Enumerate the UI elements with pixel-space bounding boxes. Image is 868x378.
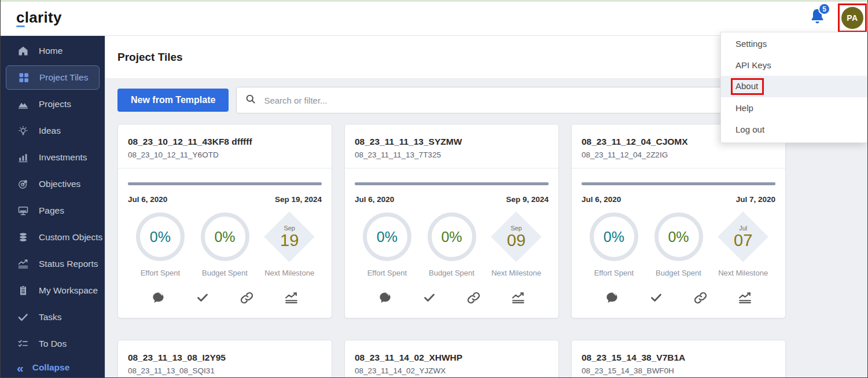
end-date: Sep 9, 2024 <box>506 195 549 204</box>
sidebar-item-to-dos[interactable]: To Dos <box>1 331 105 357</box>
project-id: 08_23_11_12_04_2Z2IG <box>582 151 775 159</box>
milestone-month: Sep <box>284 225 295 232</box>
search-icon <box>245 93 256 107</box>
budget-spent-label: Budget Spent <box>193 269 258 277</box>
effort-spent-label: Effort Spent <box>355 269 420 277</box>
comments-icon[interactable] <box>150 290 165 305</box>
project-card[interactable]: 08_23_11_11_13_SYZMW 08_23_11_11_13_7T32… <box>344 124 559 318</box>
grid-tiles-icon <box>17 72 30 84</box>
start-date: Jul 6, 2020 <box>355 195 394 204</box>
menu-item-settings[interactable]: Settings <box>721 33 867 54</box>
topbar: clarity 5 PA <box>1 0 867 36</box>
project-card[interactable]: 08_23_15_14_38_V7B1A 08_23_15_14_38_BWF0… <box>571 340 786 378</box>
budget-spent-gauge: 0% <box>654 212 703 261</box>
app-window: clarity 5 PA Settings API Keys About Hel… <box>0 0 868 378</box>
clarity-logo: clarity <box>16 9 62 27</box>
sidebar-item-custom-objects[interactable]: Custom Objects <box>1 224 105 251</box>
menu-item-about[interactable]: About <box>721 76 867 97</box>
sidebar-item-home[interactable]: Home <box>1 38 105 64</box>
new-from-template-button[interactable]: New from Template <box>117 89 229 112</box>
sidebar: Home Project Tiles Projects Ideas <box>1 36 105 378</box>
sidebar-item-objectives[interactable]: Objectives <box>1 171 105 197</box>
project-cards-row-1: 08_23_10_12_11_43KF8 dfffff 08_23_10_12_… <box>117 124 847 318</box>
link-icon[interactable] <box>693 290 708 305</box>
milestone-day: 07 <box>734 232 752 249</box>
annotation-box-about: About <box>731 78 764 95</box>
milestone-month: Sep <box>510 225 522 232</box>
link-icon[interactable] <box>240 290 255 305</box>
status-report-icon[interactable] <box>284 290 299 305</box>
next-milestone-diamond: Jul 07 <box>719 212 767 261</box>
project-card[interactable]: 08_23_11_13_08_I2Y95 08_23_11_13_08_SQI3… <box>117 340 332 378</box>
next-milestone-diamond: Sep 09 <box>492 212 540 261</box>
page-title: Project Tiles <box>117 51 183 64</box>
milestone-day: 19 <box>280 232 299 249</box>
tasks-check-icon[interactable] <box>422 290 437 305</box>
project-title: 08_23_15_14_38_V7B1A <box>582 353 775 363</box>
budget-spent-gauge: 0% <box>201 212 249 261</box>
mountains-icon <box>17 98 29 111</box>
comments-icon[interactable] <box>377 290 392 305</box>
project-card[interactable]: 08_23_10_12_11_43KF8 dfffff 08_23_10_12_… <box>117 124 332 318</box>
lightbulb-icon <box>17 125 29 137</box>
project-title: 08_23_11_13_08_I2Y95 <box>128 353 322 363</box>
notification-badge: 5 <box>818 3 830 15</box>
project-id: 08_23_10_12_11_Y6OTD <box>128 151 322 159</box>
next-milestone-diamond: Sep 19 <box>265 212 314 261</box>
clipboard-icon <box>17 285 29 297</box>
menu-item-help[interactable]: Help <box>721 97 867 119</box>
project-title: 08_23_11_14_02_XHWHP <box>355 353 549 363</box>
annotation-box-avatar: PA <box>838 3 867 32</box>
menu-item-log-out[interactable]: Log out <box>721 119 867 140</box>
sidebar-item-ideas[interactable]: Ideas <box>1 118 105 144</box>
double-chevron-left-icon: « <box>17 362 24 374</box>
status-report-icon[interactable] <box>511 290 526 305</box>
project-id: 08_23_11_14_02_YJZWX <box>355 366 549 375</box>
effort-spent-label: Effort Spent <box>582 269 646 277</box>
budget-spent-gauge: 0% <box>428 212 476 261</box>
logo-letter-c: c <box>16 9 25 27</box>
checklist-icon <box>17 338 29 350</box>
bar-chart-icon <box>17 152 29 164</box>
milestone-day: 09 <box>507 232 525 249</box>
project-card[interactable]: 08_23_11_12_04_CJOMX 08_23_11_12_04_2Z2I… <box>571 124 786 318</box>
check-icon <box>17 311 29 324</box>
timeline-bar <box>582 182 775 185</box>
start-date: Jul 6, 2020 <box>128 195 167 204</box>
sidebar-item-status-reports[interactable]: Status Reports <box>1 251 105 277</box>
timeline-bar <box>128 182 322 185</box>
project-id: 08_23_15_14_38_BWF0H <box>582 366 775 375</box>
sidebar-item-my-workspace[interactable]: My Workspace <box>1 277 105 304</box>
next-milestone-label: Next Milestone <box>484 269 549 277</box>
sidebar-item-projects[interactable]: Projects <box>1 91 105 118</box>
budget-spent-label: Budget Spent <box>646 269 711 277</box>
effort-spent-gauge: 0% <box>363 212 411 261</box>
project-cards-row-2: 08_23_11_13_08_I2Y95 08_23_11_13_08_SQI3… <box>117 340 847 378</box>
status-report-icon[interactable] <box>738 290 753 305</box>
user-menu: Settings API Keys About Help Log out <box>720 32 867 143</box>
budget-spent-label: Budget Spent <box>420 269 484 277</box>
project-card[interactable]: 08_23_11_14_02_XHWHP 08_23_11_14_02_YJZW… <box>344 340 559 378</box>
menu-item-api-keys[interactable]: API Keys <box>721 54 867 76</box>
start-date: Jul 6, 2020 <box>582 195 621 204</box>
sidebar-item-tasks[interactable]: Tasks <box>1 304 105 331</box>
tasks-check-icon[interactable] <box>649 290 664 305</box>
notifications-button[interactable]: 5 <box>810 8 825 28</box>
comments-icon[interactable] <box>604 290 619 305</box>
end-date: Jul 7, 2020 <box>736 195 775 204</box>
tasks-check-icon[interactable] <box>195 290 210 305</box>
effort-spent-label: Effort Spent <box>128 269 193 277</box>
database-icon <box>17 232 29 244</box>
sidebar-collapse-button[interactable]: « Collapse <box>1 357 105 378</box>
bell-icon <box>810 17 825 27</box>
project-id: 08_23_11_13_08_SQI31 <box>128 366 322 375</box>
effort-spent-gauge: 0% <box>590 212 638 261</box>
home-icon <box>17 45 29 57</box>
sidebar-item-pages[interactable]: Pages <box>1 197 105 224</box>
sidebar-item-investments[interactable]: Investments <box>1 144 105 171</box>
target-icon <box>17 178 29 190</box>
link-icon[interactable] <box>466 290 481 305</box>
sidebar-item-project-tiles[interactable]: Project Tiles <box>6 65 100 90</box>
project-title: 08_23_11_11_13_SYZMW <box>355 137 549 147</box>
avatar[interactable]: PA <box>841 7 863 29</box>
